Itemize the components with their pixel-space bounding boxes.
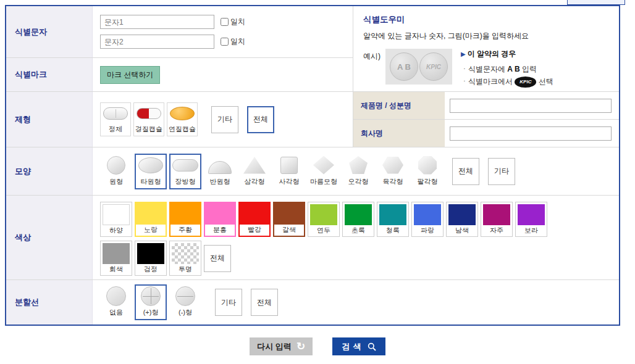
match2-label: 일치 [221, 36, 245, 47]
reset-button[interactable]: 다시 입력 ↻ [250, 337, 313, 355]
identify-mark-row: 식별마크 마크 선택하기 [6, 58, 353, 91]
formulation-option-soft-capsule[interactable]: 연질캡슐 [167, 102, 198, 136]
score-option-none[interactable]: 없음 [100, 284, 132, 320]
color-option-yellow[interactable]: 노랑 [135, 202, 167, 237]
pill-identification-search-page: 식별문자 일치 일 [0, 0, 635, 364]
formulation-option-tablet[interactable]: 정제 [100, 102, 131, 136]
helper-case-title: ▶이 알약의 경우 [461, 49, 553, 59]
color-option-all[interactable]: 전체 [204, 245, 231, 272]
section-color: 색상 하양 노랑 주황 분홍 [6, 196, 619, 280]
color-option-yellowgreen[interactable]: 연두 [308, 202, 340, 237]
search-icon [368, 342, 376, 351]
shape-option-diamond[interactable]: 마름모형 [308, 154, 340, 189]
shape-option-triangle[interactable]: 삼각형 [238, 154, 271, 189]
shape-option-semicircle[interactable]: 반원형 [204, 154, 236, 189]
product-name-input[interactable] [450, 99, 612, 113]
shape-option-square[interactable]: 사각형 [273, 154, 305, 189]
formulation-option-all[interactable]: 전체 [247, 106, 274, 133]
row-label-identify-mark: 식별마크 [6, 58, 93, 91]
formulation-option-etc[interactable]: 기타 [211, 106, 238, 133]
color-option-transparent[interactable]: 투명 [169, 241, 201, 276]
shape-option-octagon[interactable]: 팔각형 [411, 154, 444, 189]
match1-label: 일치 [221, 17, 245, 27]
pill-ab-image: A B [390, 52, 418, 81]
match1-checkbox[interactable] [221, 18, 229, 26]
square-shape-icon [280, 157, 298, 174]
score-option-etc[interactable]: 기타 [215, 289, 242, 316]
color-option-red[interactable]: 빨강 [238, 202, 271, 237]
color-option-magenta[interactable]: 자주 [481, 202, 513, 237]
identify-left-block: 식별문자 일치 일 [6, 6, 353, 91]
match2-checkbox[interactable] [221, 38, 229, 46]
yellow-swatch [136, 203, 166, 225]
row-label-shape: 모양 [6, 147, 93, 195]
shape-option-oblong[interactable]: 장방형 [169, 154, 201, 189]
color-option-green[interactable]: 초록 [342, 202, 374, 237]
score-option-plus[interactable]: (+)형 [135, 284, 167, 320]
color-option-teal[interactable]: 청록 [377, 202, 409, 237]
diamond-shape-icon [313, 156, 334, 175]
shape-option-pentagon[interactable]: 오각형 [342, 154, 374, 189]
arrow-icon: ▶ [461, 51, 466, 57]
cropped-top-button[interactable] [567, 0, 625, 5]
orange-swatch [170, 203, 200, 225]
helper-bullet-1: ㆍ식별문자에 A B 입력 [461, 63, 553, 75]
color-option-violet[interactable]: 보라 [515, 202, 547, 237]
helper-description: 알약에 있는 글자나 숫자, 그림(마크)을 입력하세요 [363, 31, 610, 41]
section-identify: 식별문자 일치 일 [6, 6, 619, 92]
identify-chars-content: 일치 일치 [93, 6, 245, 57]
color-option-gray[interactable]: 회색 [100, 241, 132, 276]
tablet-icon [103, 107, 128, 120]
shape-option-oval[interactable]: 타원형 [135, 154, 167, 189]
yellowgreen-swatch [310, 204, 337, 225]
section-shape: 모양 원형 타원형 장방형 반원형 [6, 147, 619, 196]
color-option-orange[interactable]: 주황 [169, 202, 201, 237]
action-bar: 다시 입력 ↻ 검 색 [0, 337, 635, 355]
color-options: 하양 노랑 주황 분홍 빨강 [93, 196, 576, 279]
teal-swatch [379, 204, 406, 225]
pill-kpic-image: KPIC [419, 52, 448, 81]
search-button[interactable]: 검 색 [332, 337, 385, 355]
score-option-all[interactable]: 전체 [251, 289, 278, 316]
plain-pill-icon [106, 286, 126, 306]
helper-title: 식별도우미 [363, 14, 610, 25]
oval-shape-icon [138, 157, 163, 173]
black-swatch [137, 243, 164, 264]
select-mark-button[interactable]: 마크 선택하기 [100, 66, 160, 84]
hard-capsule-icon [137, 108, 161, 119]
brown-swatch [274, 203, 304, 225]
formulation-option-hard-capsule[interactable]: 경질캡슐 [133, 102, 164, 136]
color-option-pink[interactable]: 분홍 [204, 202, 236, 237]
char2-input[interactable] [100, 35, 214, 49]
shape-option-etc[interactable]: 기타 [488, 158, 515, 185]
score-option-minus[interactable]: (-)형 [169, 284, 201, 320]
green-swatch [345, 204, 372, 225]
char1-input[interactable] [100, 15, 214, 29]
pink-swatch [205, 203, 235, 225]
semicircle-shape-icon [208, 161, 232, 174]
section-score-line: 분할선 없음 (+)형 (-)형 기타 전체 [6, 280, 619, 325]
color-option-black[interactable]: 검정 [135, 241, 167, 276]
color-option-blue[interactable]: 파랑 [411, 202, 444, 237]
white-swatch [103, 204, 130, 225]
hexagon-shape-icon [382, 157, 403, 174]
octagon-shape-icon [418, 156, 437, 175]
score-line-options: 없음 (+)형 (-)형 기타 전체 [93, 280, 278, 325]
identify-chars-row: 식별문자 일치 일 [6, 6, 353, 58]
formulation-options: 정제 경질캡슐 연질캡슐 기타 전체 [93, 92, 353, 147]
color-option-white[interactable]: 하양 [100, 202, 132, 237]
example-pill-images: A B KPIC [385, 49, 452, 85]
shape-option-circle[interactable]: 원형 [100, 154, 132, 189]
gray-swatch [103, 243, 130, 264]
shape-option-hexagon[interactable]: 육각형 [377, 154, 409, 189]
match1-text: 일치 [230, 17, 245, 27]
company-name-input[interactable] [450, 126, 612, 141]
oblong-shape-icon [172, 159, 198, 172]
color-option-brown[interactable]: 갈색 [273, 202, 305, 237]
identify-helper-panel: 식별도우미 알약에 있는 글자나 숫자, 그림(마크)을 입력하세요 예시) A… [353, 6, 619, 91]
kpic-logo-icon: KPIC [515, 77, 536, 88]
shape-option-all[interactable]: 전체 [452, 158, 479, 185]
section-formulation: 제형 정제 경질캡슐 연질캡슐 기타 전체 제품명 / [6, 92, 619, 147]
color-option-navy[interactable]: 남색 [446, 202, 478, 237]
circle-shape-icon [107, 156, 125, 175]
